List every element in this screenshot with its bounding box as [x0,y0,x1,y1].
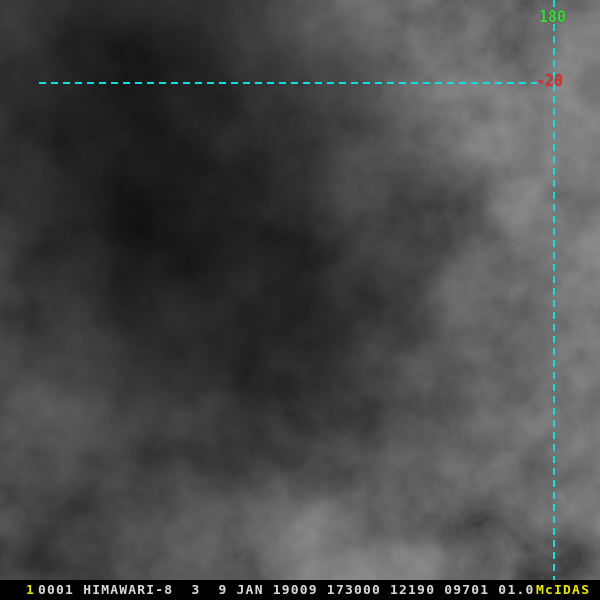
frame-number: 1 [26,580,35,599]
mcidas-brand-label: McIDAS [536,580,590,599]
longitude-label: 180 [539,10,566,24]
image-info-text: 0001 HIMAWARI-8 3 9 JAN 19009 173000 121… [38,580,534,599]
status-bar: 1 0001 HIMAWARI-8 3 9 JAN 19009 173000 1… [0,580,600,600]
latitude-label: -20 [536,74,563,88]
satellite-image-shading [0,0,600,600]
mcidas-image-window: 180 -20 1 0001 HIMAWARI-8 3 9 JAN 19009 … [0,0,600,600]
graticule-latitude-line [39,82,538,84]
satellite-image-canvas[interactable] [0,0,600,600]
